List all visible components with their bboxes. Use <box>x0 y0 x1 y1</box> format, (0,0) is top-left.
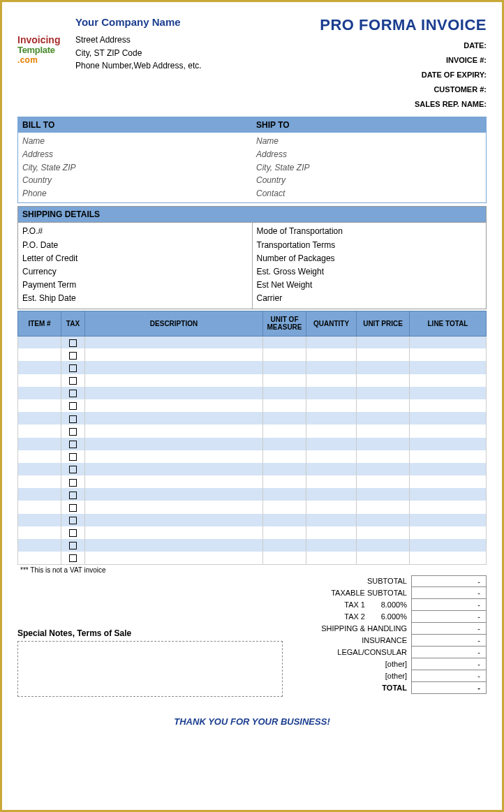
checkbox-icon[interactable] <box>69 466 77 473</box>
checkbox-icon[interactable] <box>69 364 77 372</box>
item-cell[interactable] <box>18 361 61 374</box>
qty-cell[interactable] <box>306 501 357 513</box>
checkbox-icon[interactable] <box>69 339 77 347</box>
unit-cell[interactable] <box>263 336 306 348</box>
price-cell[interactable] <box>357 488 410 501</box>
qty-cell[interactable] <box>306 488 357 501</box>
item-cell[interactable] <box>18 488 61 501</box>
item-cell[interactable] <box>18 387 61 399</box>
checkbox-icon[interactable] <box>69 415 77 423</box>
unit-cell[interactable] <box>263 399 306 412</box>
price-cell[interactable] <box>357 514 410 526</box>
unit-cell[interactable] <box>263 539 306 552</box>
unit-cell[interactable] <box>263 361 306 374</box>
unit-cell[interactable] <box>263 438 306 450</box>
desc-cell[interactable] <box>85 336 263 348</box>
unit-cell[interactable] <box>263 501 306 513</box>
qty-cell[interactable] <box>306 539 357 552</box>
qty-cell[interactable] <box>306 361 357 374</box>
qty-cell[interactable] <box>306 399 357 412</box>
qty-cell[interactable] <box>306 348 357 361</box>
item-cell[interactable] <box>18 399 61 412</box>
item-cell[interactable] <box>18 463 61 475</box>
checkbox-icon[interactable] <box>69 352 77 360</box>
price-cell[interactable] <box>357 425 410 437</box>
unit-cell[interactable] <box>263 552 306 564</box>
checkbox-icon[interactable] <box>69 390 77 397</box>
qty-cell[interactable] <box>306 374 357 387</box>
desc-cell[interactable] <box>85 425 263 437</box>
price-cell[interactable] <box>357 501 410 513</box>
qty-cell[interactable] <box>306 425 357 437</box>
special-notes-box[interactable] <box>17 641 283 697</box>
desc-cell[interactable] <box>85 552 263 564</box>
unit-cell[interactable] <box>263 425 306 437</box>
price-cell[interactable] <box>357 450 410 463</box>
desc-cell[interactable] <box>85 348 263 361</box>
unit-cell[interactable] <box>263 514 306 526</box>
item-cell[interactable] <box>18 552 61 564</box>
unit-cell[interactable] <box>263 526 306 539</box>
desc-cell[interactable] <box>85 387 263 399</box>
unit-cell[interactable] <box>263 488 306 501</box>
unit-cell[interactable] <box>263 348 306 361</box>
desc-cell[interactable] <box>85 501 263 513</box>
qty-cell[interactable] <box>306 463 357 475</box>
price-cell[interactable] <box>357 336 410 348</box>
item-cell[interactable] <box>18 336 61 348</box>
price-cell[interactable] <box>357 387 410 399</box>
checkbox-icon[interactable] <box>69 428 77 436</box>
desc-cell[interactable] <box>85 526 263 539</box>
item-cell[interactable] <box>18 514 61 526</box>
item-cell[interactable] <box>18 348 61 361</box>
price-cell[interactable] <box>357 374 410 387</box>
price-cell[interactable] <box>357 526 410 539</box>
qty-cell[interactable] <box>306 450 357 463</box>
item-cell[interactable] <box>18 526 61 539</box>
price-cell[interactable] <box>357 399 410 412</box>
price-cell[interactable] <box>357 552 410 564</box>
price-cell[interactable] <box>357 475 410 488</box>
qty-cell[interactable] <box>306 514 357 526</box>
desc-cell[interactable] <box>85 488 263 501</box>
item-cell[interactable] <box>18 425 61 437</box>
item-cell[interactable] <box>18 438 61 450</box>
unit-cell[interactable] <box>263 463 306 475</box>
checkbox-icon[interactable] <box>69 441 77 448</box>
item-cell[interactable] <box>18 450 61 463</box>
checkbox-icon[interactable] <box>69 492 77 499</box>
price-cell[interactable] <box>357 412 410 425</box>
price-cell[interactable] <box>357 348 410 361</box>
unit-cell[interactable] <box>263 475 306 488</box>
unit-cell[interactable] <box>263 374 306 387</box>
item-cell[interactable] <box>18 475 61 488</box>
desc-cell[interactable] <box>85 399 263 412</box>
desc-cell[interactable] <box>85 514 263 526</box>
qty-cell[interactable] <box>306 412 357 425</box>
price-cell[interactable] <box>357 463 410 475</box>
qty-cell[interactable] <box>306 526 357 539</box>
qty-cell[interactable] <box>306 387 357 399</box>
desc-cell[interactable] <box>85 539 263 552</box>
item-cell[interactable] <box>18 374 61 387</box>
item-cell[interactable] <box>18 412 61 425</box>
desc-cell[interactable] <box>85 412 263 425</box>
desc-cell[interactable] <box>85 450 263 463</box>
checkbox-icon[interactable] <box>69 542 77 549</box>
checkbox-icon[interactable] <box>69 517 77 524</box>
unit-cell[interactable] <box>263 450 306 463</box>
checkbox-icon[interactable] <box>69 402 77 410</box>
qty-cell[interactable] <box>306 475 357 488</box>
qty-cell[interactable] <box>306 438 357 450</box>
price-cell[interactable] <box>357 438 410 450</box>
desc-cell[interactable] <box>85 463 263 475</box>
item-cell[interactable] <box>18 539 61 552</box>
checkbox-icon[interactable] <box>69 453 77 461</box>
checkbox-icon[interactable] <box>69 529 77 537</box>
unit-cell[interactable] <box>263 387 306 399</box>
qty-cell[interactable] <box>306 552 357 564</box>
desc-cell[interactable] <box>85 361 263 374</box>
checkbox-icon[interactable] <box>69 504 77 512</box>
checkbox-icon[interactable] <box>69 554 77 562</box>
desc-cell[interactable] <box>85 475 263 488</box>
